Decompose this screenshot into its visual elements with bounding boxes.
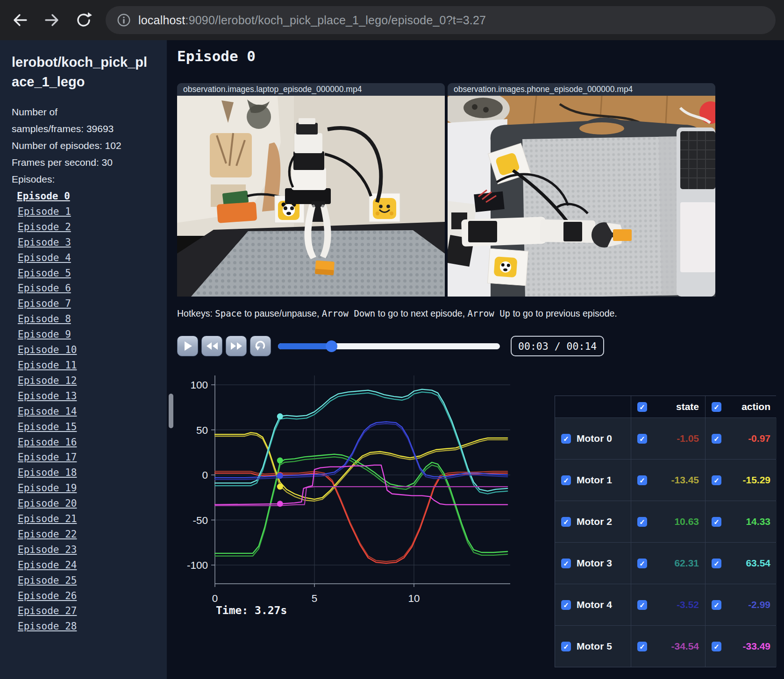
phone-video-frame <box>448 96 715 297</box>
episode-link[interactable]: Episode 7 <box>18 296 71 311</box>
video-title-laptop: observation.images.laptop_episode_000000… <box>177 83 445 96</box>
motor-chart-canvas: 100500-50-1000510 <box>181 367 515 629</box>
motor-row-label-cell: ✓Motor 3 <box>555 543 631 584</box>
motor-state-value: -1.05 <box>677 433 699 444</box>
back-button[interactable] <box>10 10 30 30</box>
svg-text:50: 50 <box>196 424 208 436</box>
page-title: Episode 0 <box>177 48 256 64</box>
url-bar[interactable]: localhost:9090/lerobot/koch_pick_place_1… <box>106 6 776 34</box>
episode-link[interactable]: Episode 21 <box>18 511 77 527</box>
motor-state-cell: ✓10.63 <box>631 501 705 542</box>
motor-action-value: -15.29 <box>742 474 770 486</box>
reload-icon <box>74 11 93 29</box>
checkbox[interactable]: ✓ <box>712 434 721 444</box>
checkbox[interactable]: ✓ <box>561 559 571 568</box>
episode-link[interactable]: Episode 16 <box>18 435 77 450</box>
motor-label: Motor 4 <box>577 599 612 610</box>
episode-link[interactable]: Episode 8 <box>18 311 71 327</box>
episode-link[interactable]: Episode 5 <box>18 266 71 281</box>
episode-link[interactable]: Episode 9 <box>18 327 71 342</box>
laptop-video[interactable] <box>177 96 445 297</box>
episode-link[interactable]: Episode 4 <box>18 250 71 266</box>
state-header: state <box>676 401 699 412</box>
episode-link[interactable]: Episode 26 <box>18 588 77 604</box>
episode-link[interactable]: Episode 14 <box>18 404 77 419</box>
meta-episodes: Number of episodes: 102 <box>12 137 157 154</box>
episode-link[interactable]: Episode 28 <box>18 619 77 634</box>
hotkey-key: Space <box>215 308 242 318</box>
loop-button[interactable] <box>250 336 271 356</box>
checkbox[interactable]: ✓ <box>637 434 647 444</box>
motor-state-cell: ✓-1.05 <box>631 418 705 459</box>
episode-link[interactable]: Episode 18 <box>18 465 77 481</box>
url-path: :9090/lerobot/koch_pick_place_1_lego/epi… <box>185 14 486 27</box>
episode-link[interactable]: Episode 25 <box>18 573 77 588</box>
rewind-icon <box>206 341 219 351</box>
checkbox[interactable]: ✓ <box>712 475 721 485</box>
rewind-button[interactable] <box>201 336 222 356</box>
svg-text:-100: -100 <box>187 559 208 571</box>
scrollbar-thumb[interactable] <box>169 394 173 428</box>
checkbox[interactable]: ✓ <box>637 517 647 527</box>
checkbox[interactable]: ✓ <box>712 517 721 527</box>
motor-row-label-cell: ✓Motor 4 <box>555 584 631 625</box>
video-title-phone: observation.images.phone_episode_000000.… <box>448 83 715 96</box>
episode-link[interactable]: Episode 20 <box>18 496 77 511</box>
action-header: action <box>741 401 770 412</box>
svg-text:0: 0 <box>212 593 218 604</box>
checkbox[interactable]: ✓ <box>637 402 647 412</box>
play-icon <box>183 340 193 352</box>
time-display: 00:03 / 00:14 <box>511 336 604 356</box>
episode-link[interactable]: Episode 2 <box>18 219 71 235</box>
episode-link-active[interactable]: Episode 0 <box>17 189 70 204</box>
play-button[interactable] <box>177 336 198 356</box>
checkbox[interactable]: ✓ <box>637 642 647 651</box>
checkbox[interactable]: ✓ <box>561 475 571 485</box>
checkbox[interactable]: ✓ <box>712 642 721 651</box>
checkbox[interactable]: ✓ <box>637 475 647 485</box>
episode-link[interactable]: Episode 10 <box>18 342 77 358</box>
checkbox[interactable]: ✓ <box>712 559 721 568</box>
episode-link[interactable]: Episode 22 <box>18 527 77 542</box>
episode-link[interactable]: Episode 6 <box>18 281 71 296</box>
meta-samples-line1: Number of <box>12 104 157 120</box>
motor-action-value: -0.97 <box>748 433 770 444</box>
episode-link[interactable]: Episode 3 <box>18 235 71 250</box>
checkbox[interactable]: ✓ <box>637 559 647 568</box>
episode-link[interactable]: Episode 24 <box>18 558 77 573</box>
episode-link[interactable]: Episode 11 <box>18 358 77 373</box>
episode-link[interactable]: Episode 1 <box>18 204 71 219</box>
hotkeys-text: Hotkeys: Space to pause/unpause, Arrow D… <box>177 308 617 319</box>
laptop-video-frame <box>177 96 445 297</box>
back-arrow-icon <box>11 11 29 29</box>
checkbox[interactable]: ✓ <box>712 600 721 610</box>
motor-row-label-cell: ✓Motor 1 <box>555 460 631 501</box>
motor-action-value: 63.54 <box>746 558 770 569</box>
episode-link[interactable]: Episode 12 <box>18 373 77 389</box>
episode-link[interactable]: Episode 15 <box>18 419 77 435</box>
url-host: localhost <box>138 14 185 27</box>
reload-button[interactable] <box>74 10 93 30</box>
hotkeys-segment: Hotkeys: <box>177 308 215 318</box>
checkbox[interactable]: ✓ <box>561 600 571 610</box>
episode-link[interactable]: Episode 27 <box>18 603 77 619</box>
checkbox[interactable]: ✓ <box>561 642 571 651</box>
seek-slider[interactable] <box>278 343 500 349</box>
episode-link[interactable]: Episode 19 <box>18 481 77 496</box>
forward-arrow-icon <box>43 11 61 29</box>
episode-link[interactable]: Episode 17 <box>18 450 77 465</box>
site-info-icon[interactable] <box>117 13 131 27</box>
phone-video[interactable] <box>448 96 715 297</box>
episode-link[interactable]: Episode 13 <box>18 389 77 404</box>
url-text[interactable]: localhost:9090/lerobot/koch_pick_place_1… <box>138 14 486 27</box>
checkbox[interactable]: ✓ <box>561 434 571 444</box>
fast-forward-button[interactable] <box>226 336 247 356</box>
checkbox[interactable]: ✓ <box>637 600 647 610</box>
forward-button[interactable] <box>42 10 62 30</box>
hotkeys-segment: to go to next episode, <box>375 308 467 318</box>
seek-slider-knob[interactable] <box>326 340 337 352</box>
checkbox[interactable]: ✓ <box>712 402 721 412</box>
checkbox[interactable]: ✓ <box>561 517 571 527</box>
hotkey-key: Arrow Up <box>468 308 511 318</box>
episode-link[interactable]: Episode 23 <box>18 542 77 558</box>
